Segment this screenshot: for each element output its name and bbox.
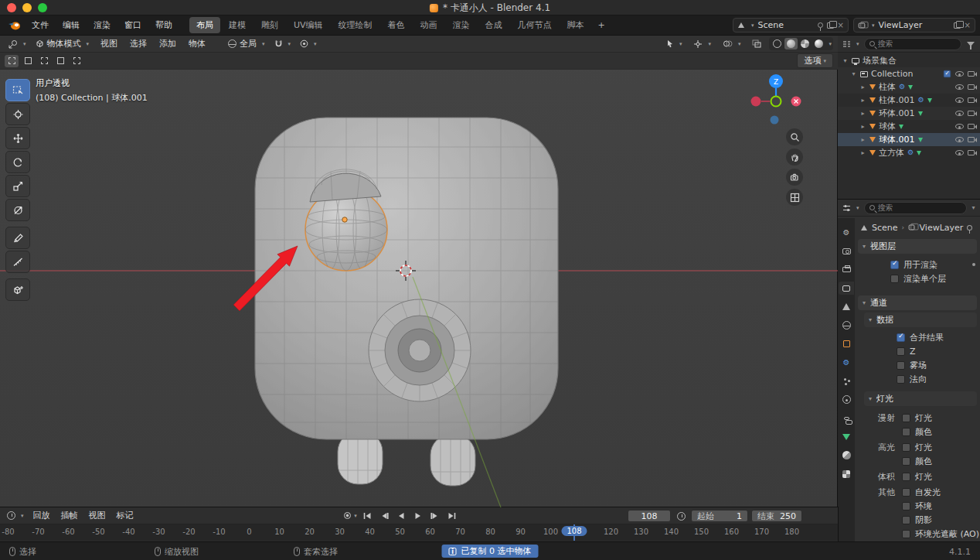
select-mode-new-button[interactable] xyxy=(5,55,19,67)
character-lens[interactable] xyxy=(369,299,471,401)
disclosure-triangle[interactable]: ▸ xyxy=(859,123,866,130)
checkbox[interactable] xyxy=(897,361,905,370)
outliner-object-row[interactable]: ▸ 柱体 ⚙ xyxy=(838,80,980,94)
texture-tab-icon[interactable] xyxy=(839,467,854,480)
shading-material-button[interactable] xyxy=(798,38,812,50)
object-data-tab-icon[interactable] xyxy=(839,430,854,443)
disable-render-icon[interactable] xyxy=(968,137,975,142)
disclosure-triangle[interactable]: ▾ xyxy=(850,70,857,77)
menubar-item[interactable]: 编辑 xyxy=(56,16,87,35)
outliner-object-row[interactable]: ▸ 柱体.001 ⚙ xyxy=(838,94,980,107)
scene-selector[interactable]: Scene × xyxy=(733,18,849,32)
object-tab-icon[interactable] xyxy=(839,337,854,350)
timeline-editor-type-button[interactable] xyxy=(5,511,26,520)
timeline-menu-item[interactable]: 插帧 xyxy=(56,510,83,521)
select-mode-extend-button[interactable] xyxy=(21,55,35,67)
axis-z-neg-handle[interactable] xyxy=(771,116,779,125)
scene-tab-icon[interactable] xyxy=(839,300,854,313)
fullscreen-window-button[interactable] xyxy=(38,3,47,12)
rotate-tool[interactable] xyxy=(5,151,30,173)
prev-keyframe-button[interactable] xyxy=(376,509,392,522)
material-tab-icon[interactable] xyxy=(839,449,854,462)
blender-logo-icon[interactable] xyxy=(8,20,22,31)
properties-search-input[interactable] xyxy=(878,203,961,212)
hide-eye-icon[interactable] xyxy=(955,124,964,129)
checkbox[interactable] xyxy=(902,488,910,497)
outliner-object-row[interactable]: ▸ 球体 ⚙ xyxy=(838,120,980,133)
browse-viewlayer-icon[interactable] xyxy=(869,21,875,29)
transform-orientation-select[interactable]: 全局 xyxy=(224,37,269,50)
menubar-item[interactable]: 窗口 xyxy=(117,16,148,35)
world-tab-icon[interactable] xyxy=(839,319,854,332)
workspace-tab[interactable]: 脚本 xyxy=(560,17,591,33)
viewport-canvas[interactable] xyxy=(0,70,838,507)
pass-row[interactable]: 灯光 xyxy=(902,411,932,424)
new-scene-icon[interactable] xyxy=(827,22,834,29)
pin-scene-icon[interactable] xyxy=(818,22,823,28)
outliner-search[interactable] xyxy=(864,38,961,50)
play-button[interactable] xyxy=(410,509,426,522)
shading-dropdown[interactable] xyxy=(826,39,832,49)
measure-tool[interactable] xyxy=(5,251,30,273)
disclosure-triangle[interactable]: ▸ xyxy=(859,84,866,90)
constraints-tab-icon[interactable] xyxy=(839,411,854,425)
particles-tab-icon[interactable] xyxy=(839,374,854,388)
proportional-editing-toggle[interactable] xyxy=(296,39,321,49)
outliner-search-input[interactable] xyxy=(878,39,956,48)
current-frame-badge[interactable]: 108 xyxy=(561,526,587,536)
new-viewlayer-icon[interactable] xyxy=(954,22,961,29)
pass-row[interactable]: 合并结果 xyxy=(897,331,980,343)
timeline-menu-item[interactable]: 标记 xyxy=(111,510,139,521)
outliner-object-row[interactable]: ▸ 立方体 ⚙ xyxy=(838,146,980,159)
render-tab-icon[interactable] xyxy=(839,244,854,258)
menubar-item[interactable]: 渲染 xyxy=(87,16,117,35)
workspace-tab[interactable]: 着色 xyxy=(381,17,412,33)
browse-scene-icon[interactable] xyxy=(749,21,754,29)
select-mode-subtract-button[interactable] xyxy=(37,55,51,67)
pass-row[interactable]: 法向 xyxy=(897,373,980,385)
checkbox[interactable] xyxy=(902,457,910,466)
pass-row[interactable]: 雾场 xyxy=(897,359,980,371)
checkbox[interactable] xyxy=(902,530,910,538)
outliner-object-row[interactable]: ▸ 球体.001 ⚙ xyxy=(838,133,980,146)
xray-toggle[interactable] xyxy=(748,39,765,49)
axis-x-neg-handle[interactable] xyxy=(751,97,761,107)
viewport-menu-item[interactable]: 选择 xyxy=(124,38,153,50)
viewport-3d[interactable]: 物体模式 视图选择添加物体 全局 xyxy=(0,36,838,507)
editor-type-button[interactable] xyxy=(5,39,30,50)
breadcrumb-scene[interactable]: Scene xyxy=(872,223,898,233)
checkbox[interactable] xyxy=(902,473,910,481)
pass-row[interactable]: 环境 xyxy=(902,500,979,512)
pass-row[interactable]: 环境光遮蔽 (AO) xyxy=(902,528,979,540)
outliner-editor-type-button[interactable] xyxy=(841,40,861,48)
menubar-item[interactable]: 文件 xyxy=(25,16,56,35)
disclosure-triangle[interactable]: ▸ xyxy=(859,149,866,156)
disable-render-icon[interactable] xyxy=(968,124,975,129)
viewport-menu-item[interactable]: 视图 xyxy=(94,38,124,50)
disclosure-triangle[interactable]: ▸ xyxy=(859,97,866,104)
pass-row[interactable]: 阴影 xyxy=(902,514,979,526)
move-tool[interactable] xyxy=(5,127,30,149)
toggle-ortho-button[interactable] xyxy=(786,189,803,206)
workspace-tab[interactable]: 布局 xyxy=(189,17,220,33)
timeline-menu-item[interactable]: 回放 xyxy=(28,510,56,521)
pass-row[interactable]: 灯光 xyxy=(902,441,932,453)
hide-eye-icon[interactable] xyxy=(955,71,964,77)
shading-rendered-button[interactable] xyxy=(812,38,825,50)
workspace-tab[interactable]: UV编辑 xyxy=(287,17,330,33)
outliner-object-row[interactable]: ▸ 环体.001 ⚙ xyxy=(838,107,980,120)
data-section-header[interactable]: ▾ 数据 xyxy=(864,312,977,327)
jump-to-end-button[interactable] xyxy=(444,509,460,522)
disable-render-icon[interactable] xyxy=(968,111,975,116)
pin-icon[interactable] xyxy=(967,225,972,230)
status-notification[interactable]: i 已复制 0 选中物体 xyxy=(442,545,539,558)
camera-view-button[interactable] xyxy=(786,169,803,186)
disclosure-triangle[interactable]: ▸ xyxy=(859,110,866,117)
collection-row[interactable]: ▾ Collection xyxy=(838,67,980,80)
select-box-tool[interactable] xyxy=(5,79,30,101)
workspace-tab[interactable]: 动画 xyxy=(413,17,444,33)
checkbox[interactable] xyxy=(902,428,910,436)
light-section-header[interactable]: ▾ 灯光 xyxy=(864,391,977,406)
checkbox[interactable] xyxy=(902,443,910,452)
mode-select[interactable]: 物体模式 xyxy=(32,37,94,50)
